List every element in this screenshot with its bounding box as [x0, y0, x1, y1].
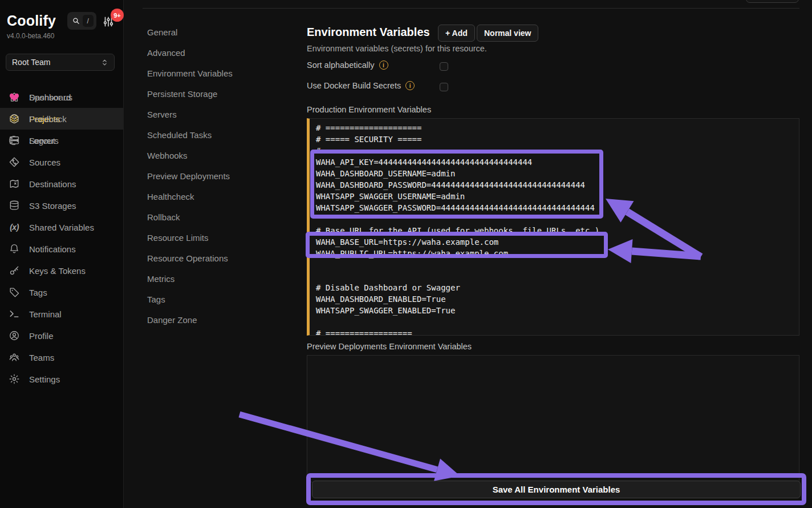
- subnav-advanced[interactable]: Advanced: [147, 43, 284, 63]
- production-env-textarea[interactable]: # ==================== # ===== SECURITY …: [307, 118, 799, 336]
- subnav-danger-zone[interactable]: Danger Zone: [147, 310, 284, 330]
- production-env-content: # ==================== # ===== SECURITY …: [310, 119, 799, 336]
- sidebar-footer: Sponsor us Feedback Logout: [0, 86, 123, 501]
- preview-env-textarea[interactable]: [307, 355, 799, 482]
- save-all-env-button[interactable]: Save All Environment Variables: [312, 481, 801, 498]
- subnav-general[interactable]: General: [147, 22, 284, 43]
- heart-icon: [9, 91, 20, 103]
- subnav-preview-deployments[interactable]: Preview Deployments: [147, 166, 284, 187]
- help-circle-icon: [9, 113, 20, 124]
- docker-build-secrets-row: Use Docker Build Secrets i: [307, 81, 415, 90]
- preview-env-label: Preview Deployments Environment Variable…: [307, 342, 472, 351]
- page-subtitle: Environment variables (secrets) for this…: [307, 44, 487, 53]
- sidebar-item-feedback[interactable]: Feedback: [0, 108, 123, 130]
- resource-subnav: General Advanced Environment Variables P…: [147, 22, 284, 330]
- app-logo: Coolify: [7, 13, 56, 29]
- subnav-servers[interactable]: Servers: [147, 104, 284, 125]
- docker-build-secrets-label: Use Docker Build Secrets: [307, 81, 401, 90]
- subnav-webhooks[interactable]: Webhooks: [147, 146, 284, 166]
- team-selector-value: Root Team: [12, 58, 50, 67]
- notifications-badge: 9+: [111, 9, 124, 22]
- subnav-healthcheck[interactable]: Healthcheck: [147, 187, 284, 207]
- subnav-tags[interactable]: Tags: [147, 289, 284, 310]
- search-button[interactable]: /: [67, 12, 96, 30]
- info-icon[interactable]: i: [379, 61, 388, 70]
- sidebar-item-sponsor-us[interactable]: Sponsor us: [0, 86, 123, 108]
- logout-icon: [9, 135, 20, 146]
- sort-alphabetically-row: Sort alphabetically i: [307, 61, 388, 70]
- sort-alphabetically-label: Sort alphabetically: [307, 61, 375, 70]
- subnav-metrics[interactable]: Metrics: [147, 269, 284, 289]
- team-selector[interactable]: Root Team: [6, 54, 115, 71]
- sort-alphabetically-checkbox[interactable]: [440, 62, 448, 71]
- main-content: Environment Variables + Add Normal view …: [307, 0, 799, 508]
- sidebar-item-logout[interactable]: Logout: [0, 130, 123, 151]
- sidebar: Coolify v4.0.0-beta.460 / 9+ Root Team D…: [0, 0, 124, 508]
- subnav-environment-variables[interactable]: Environment Variables: [147, 63, 284, 84]
- normal-view-button[interactable]: Normal view: [477, 25, 538, 42]
- add-button[interactable]: + Add: [438, 25, 475, 42]
- subnav-scheduled-tasks[interactable]: Scheduled Tasks: [147, 125, 284, 146]
- subnav-rollback[interactable]: Rollback: [147, 207, 284, 228]
- subnav-persistent-storage[interactable]: Persistent Storage: [147, 84, 284, 104]
- app-version: v4.0.0-beta.460: [7, 32, 54, 40]
- page-title: Environment Variables: [307, 26, 430, 39]
- subnav-resource-limits[interactable]: Resource Limits: [147, 228, 284, 248]
- chevron-up-down-icon: [101, 59, 108, 66]
- subnav-resource-operations[interactable]: Resource Operations: [147, 248, 284, 269]
- search-shortcut-key: /: [83, 15, 94, 27]
- search-icon: [72, 17, 80, 25]
- info-icon[interactable]: i: [405, 81, 415, 90]
- production-env-label: Production Environment Variables: [307, 105, 431, 114]
- docker-build-secrets-checkbox[interactable]: [440, 83, 448, 91]
